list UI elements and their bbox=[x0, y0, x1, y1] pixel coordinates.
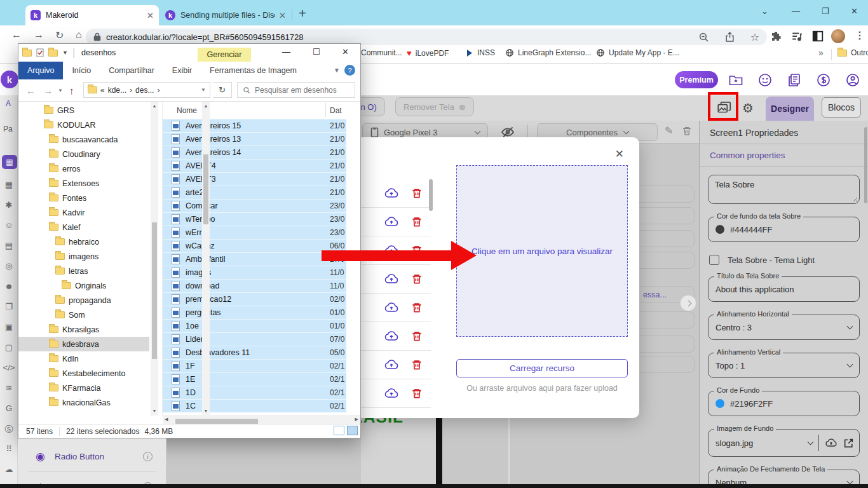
bookmark-linegraph-extensio-[interactable]: LineGraph Extensio... bbox=[505, 48, 591, 57]
palette-category-social-icon[interactable]: ☻ bbox=[0, 281, 18, 291]
remove-screen-button[interactable]: Remover Tela ⊗ bbox=[395, 97, 474, 116]
file-row[interactable]: AmbInfantil27/0 bbox=[163, 252, 346, 266]
download-cloud-icon[interactable] bbox=[384, 386, 399, 401]
tab-designer[interactable]: Designer bbox=[766, 97, 814, 121]
component-tree-item[interactable] bbox=[639, 336, 695, 353]
tree-item-kfarmacia[interactable]: KFarmacia bbox=[18, 381, 149, 395]
info-icon[interactable]: i bbox=[143, 452, 153, 461]
file-row[interactable]: download11/0 bbox=[163, 279, 346, 292]
bookmark-ilovepdf[interactable]: ♥iLovePDF bbox=[407, 48, 449, 58]
share-icon[interactable] bbox=[724, 32, 735, 43]
quick-access-folder-icon[interactable] bbox=[22, 50, 32, 57]
file-row[interactable]: Aventureiros 1321/0 bbox=[163, 132, 346, 146]
menu-compartilhar[interactable]: Compartilhar bbox=[100, 62, 163, 79]
component-tree-item[interactable] bbox=[639, 186, 695, 203]
thumbnail-view-icon[interactable] bbox=[347, 426, 358, 435]
close-tab-icon[interactable]: ✕ bbox=[147, 11, 154, 20]
tree-item-hebraico[interactable]: hebraico bbox=[18, 234, 149, 249]
file-row[interactable]: wCartaz06/0 bbox=[163, 239, 346, 252]
download-cloud-icon[interactable] bbox=[384, 186, 399, 201]
kebab-menu-icon[interactable]: ⋮ bbox=[855, 29, 865, 41]
reload-icon[interactable]: ↻ bbox=[55, 29, 64, 41]
component-tree-item[interactable] bbox=[639, 356, 695, 373]
zoom-page-icon[interactable] bbox=[698, 32, 709, 43]
file-row[interactable]: Comecar23/0 bbox=[163, 199, 346, 212]
delete-trash-icon[interactable] bbox=[410, 387, 423, 400]
palette-category-cloud-icon[interactable]: ☁ bbox=[0, 464, 18, 474]
field-cor-de-fundo[interactable]: Cor de Fundo#2196F2FF bbox=[708, 391, 860, 416]
tab-search-chevron-icon[interactable]: ⌄ bbox=[761, 6, 768, 16]
theme-extension-icon[interactable] bbox=[812, 30, 824, 42]
bookmarks-overflow-icon[interactable]: » bbox=[818, 48, 824, 58]
palette-category-dynamic-components-icon[interactable]: ▢ bbox=[0, 342, 18, 352]
minimize-window-icon[interactable]: — bbox=[792, 6, 800, 16]
file-row[interactable]: wErro23/0 bbox=[163, 226, 346, 239]
download-cloud-icon[interactable] bbox=[384, 271, 399, 287]
file-row[interactable]: AVENT321/0 bbox=[163, 172, 346, 186]
palette-category-layout-icon[interactable]: ▦ bbox=[0, 180, 18, 189]
file-row[interactable]: images11/0 bbox=[163, 266, 346, 279]
palette-category-user-interface[interactable]: ▦ bbox=[2, 155, 17, 169]
close-tab-icon[interactable]: ✕ bbox=[279, 11, 286, 20]
open-external-icon[interactable] bbox=[843, 438, 854, 449]
other-favorites-folder[interactable]: Outros favoritos bbox=[837, 48, 868, 57]
browser-tab-makeroid[interactable]: k Makeroid ✕ bbox=[25, 5, 159, 25]
palette-category-storage-icon[interactable]: ❐ bbox=[0, 302, 18, 311]
nav-up-icon[interactable]: ↑ bbox=[69, 85, 74, 96]
field-alinhamento-vertical[interactable]: Alinhamento VerticalTopo : 1 bbox=[708, 353, 860, 378]
manage-context-tab[interactable]: Gerenciar bbox=[198, 48, 251, 62]
palette-category-extensions-icon[interactable]: ⠿ bbox=[0, 444, 18, 454]
delete-trash-icon[interactable] bbox=[410, 330, 423, 342]
asset-row[interactable] bbox=[356, 294, 431, 322]
tree-item-propaganda[interactable]: propaganda bbox=[18, 293, 149, 308]
restore-window-icon[interactable]: ❐ bbox=[822, 6, 829, 16]
explorer-title-bar[interactable]: ▼ | desenhos bbox=[18, 44, 360, 62]
file-row[interactable]: arte221/0 bbox=[163, 186, 346, 199]
details-view-icon[interactable] bbox=[334, 426, 344, 435]
download-cloud-icon[interactable] bbox=[384, 214, 399, 229]
upload-resource-button[interactable]: Carregar recurso bbox=[456, 359, 628, 377]
download-cloud-icon[interactable] bbox=[384, 300, 399, 315]
component-tree-item[interactable] bbox=[639, 252, 695, 269]
nav-forward-icon[interactable]: → bbox=[43, 85, 53, 96]
column-date[interactable]: Dat bbox=[330, 106, 342, 115]
extensions-puzzle-icon[interactable] bbox=[770, 30, 782, 42]
home-icon[interactable]: ⌂ bbox=[76, 29, 82, 41]
properties-doc-icon[interactable] bbox=[36, 48, 44, 57]
file-row[interactable]: 1oe01/0 bbox=[163, 319, 346, 332]
browser-tab-discuss[interactable]: k Sending multiple files - Discuss - ✕ bbox=[160, 5, 291, 25]
collapse-ribbon-chevron-icon[interactable]: ▼ bbox=[334, 67, 340, 74]
delete-trash-icon[interactable] bbox=[410, 301, 423, 314]
file-row[interactable]: premiacao1202/0 bbox=[163, 292, 346, 306]
nav-history-chevron-icon[interactable]: ▼ bbox=[58, 88, 63, 93]
close-modal-icon[interactable]: ✕ bbox=[615, 147, 624, 161]
tree-item-erros[interactable]: erros bbox=[18, 161, 149, 176]
field-t-tulo-da-tela-sobre[interactable]: Título da Tela SobreAbout this applicati… bbox=[708, 276, 860, 302]
new-tab-button[interactable]: + bbox=[299, 6, 306, 21]
forward-icon[interactable]: → bbox=[34, 29, 44, 41]
component-tree-item[interactable] bbox=[639, 311, 695, 329]
edit-pencil-icon[interactable]: ✎ bbox=[665, 125, 673, 137]
breadcrumb-chevron-icon[interactable]: ▼ bbox=[201, 87, 206, 93]
panel-scrollbar[interactable] bbox=[864, 127, 867, 203]
asset-row[interactable] bbox=[356, 351, 431, 379]
nav-back-icon[interactable]: ← bbox=[26, 85, 36, 96]
collapse-panel-chevron[interactable] bbox=[680, 295, 696, 311]
premium-button[interactable]: Premium bbox=[675, 71, 718, 88]
tree-item-originals[interactable]: Originals bbox=[18, 278, 149, 293]
tree-item-buscaavancada[interactable]: buscaavancada bbox=[18, 132, 149, 147]
file-row[interactable]: Desbravadores 1105/0 bbox=[163, 346, 346, 359]
customize-qat-chevron-icon[interactable]: ▼ bbox=[62, 50, 68, 56]
help-icon[interactable]: ? bbox=[344, 65, 355, 76]
file-row[interactable]: 1C02/1 bbox=[163, 399, 346, 412]
back-icon[interactable]: ← bbox=[11, 29, 22, 41]
delete-trash-icon[interactable] bbox=[410, 273, 423, 285]
tree-item-letras[interactable]: letras bbox=[18, 264, 149, 278]
download-cloud-icon[interactable] bbox=[384, 329, 399, 344]
delete-trash-icon[interactable] bbox=[410, 358, 423, 371]
palette-category-monetization-icon[interactable]: Ⓢ bbox=[0, 424, 18, 435]
palette-category-code-icon[interactable]: </> bbox=[0, 363, 18, 372]
about-screen-textarea[interactable]: Tela Sobre bbox=[708, 175, 860, 204]
delete-trash-icon[interactable] bbox=[681, 125, 693, 137]
kodular-logo[interactable]: k bbox=[1, 71, 18, 88]
